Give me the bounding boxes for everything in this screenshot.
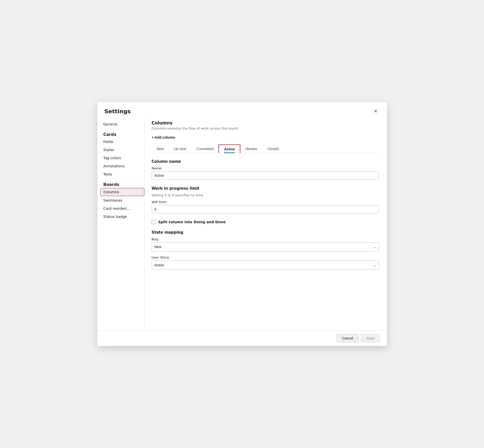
- wip-desc: Setting it to 0 specifies no limit.: [152, 193, 379, 197]
- sidebar-item-styles[interactable]: Styles: [100, 146, 144, 154]
- close-button[interactable]: ✕: [372, 107, 380, 115]
- column-name-input[interactable]: [152, 171, 379, 180]
- dialog-footer: Cancel Save: [97, 330, 387, 346]
- add-column-button[interactable]: + Add column: [152, 134, 175, 140]
- split-column-label[interactable]: Split column into Doing and Done: [158, 220, 226, 224]
- state-mapping-section: State mapping Bug: New Active Resolved C…: [152, 230, 379, 270]
- wip-input[interactable]: [152, 205, 379, 213]
- name-label: Name:: [152, 166, 379, 170]
- sidebar-item-tag-colors[interactable]: Tag colors: [100, 154, 144, 162]
- wip-label: WIP limit:: [152, 200, 379, 204]
- sidebar-item-general[interactable]: General: [100, 120, 144, 128]
- sidebar-item-columns[interactable]: Columns: [100, 188, 144, 196]
- split-column-checkbox[interactable]: [152, 220, 156, 224]
- tab-closed[interactable]: Closed: [262, 145, 284, 153]
- sidebar-item-annotations[interactable]: Annotations: [100, 162, 144, 170]
- split-column-row: Split column into Doing and Done: [152, 220, 379, 224]
- sidebar-item-tests[interactable]: Tests: [100, 170, 144, 178]
- dialog-header: Settings ✕: [97, 102, 387, 115]
- column-name-section-title: Column name: [152, 159, 379, 164]
- wip-section: Work in progress limit Setting it to 0 s…: [152, 186, 379, 218]
- sidebar-section-boards: Boards: [100, 179, 144, 188]
- sidebar-item-status-badge[interactable]: Status badge: [100, 213, 144, 220]
- user-story-select[interactable]: New Active Resolved Closed: [152, 261, 379, 270]
- sidebar: General Cards Fields Styles Tag colors A…: [97, 118, 144, 330]
- cancel-button[interactable]: Cancel: [337, 334, 358, 342]
- columns-section-desc: Columns visualize the flow of work acros…: [152, 126, 379, 130]
- user-story-select-wrapper: New Active Resolved Closed ⌄: [152, 261, 379, 270]
- tab-committed[interactable]: Committed: [191, 145, 219, 153]
- column-tabs: New Up next Committed Active Review Clos…: [152, 145, 379, 153]
- tab-active[interactable]: Active: [218, 145, 240, 153]
- sidebar-item-fields[interactable]: Fields: [100, 138, 144, 146]
- settings-dialog: Settings ✕ General Cards Fields Styles T…: [97, 102, 387, 346]
- column-name-section: Column name Name:: [152, 159, 379, 184]
- wip-section-title: Work in progress limit: [152, 186, 379, 191]
- tab-review[interactable]: Review: [240, 145, 262, 153]
- tab-new[interactable]: New: [152, 145, 169, 153]
- bug-label: Bug:: [152, 237, 379, 241]
- tab-up-next[interactable]: Up next: [169, 145, 191, 153]
- columns-section-title: Columns: [152, 120, 379, 125]
- sidebar-item-card-reordering[interactable]: Card reorderi...: [100, 205, 144, 212]
- sidebar-section-cards: Cards: [100, 129, 144, 138]
- dialog-title: Settings: [104, 108, 131, 115]
- sidebar-item-swimlanes[interactable]: Swimlanes: [100, 197, 144, 204]
- state-mapping-title: State mapping: [152, 230, 379, 235]
- main-content: Columns Columns visualize the flow of wo…: [144, 118, 387, 330]
- bug-select[interactable]: New Active Resolved Closed: [152, 242, 379, 251]
- user-story-label: User Story:: [152, 255, 379, 259]
- dialog-body: General Cards Fields Styles Tag colors A…: [97, 118, 387, 330]
- bug-select-wrapper: New Active Resolved Closed ⌄: [152, 242, 379, 251]
- save-button[interactable]: Save: [361, 334, 380, 342]
